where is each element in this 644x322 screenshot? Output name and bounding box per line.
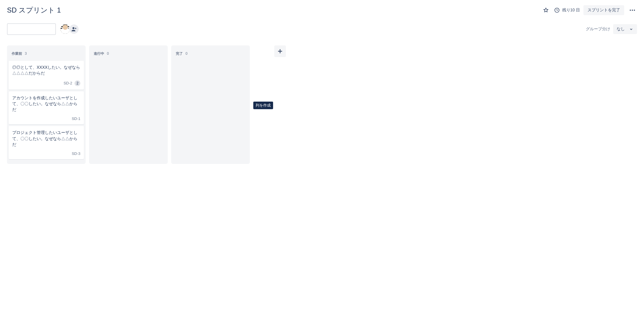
column-title: 完了 (176, 52, 183, 56)
group-by-value: なし (617, 26, 625, 32)
more-icon (629, 7, 636, 14)
add-column-group: 列を作成 (253, 45, 286, 164)
board-toolbar: グループ分け なし (7, 23, 637, 35)
add-column-button[interactable] (274, 45, 286, 57)
board-column-todo[interactable]: 作業前 3 ◎◎として、XXXXしたい。なぜなら△△△△だからだ SD-2 2 … (7, 45, 86, 164)
star-icon (543, 7, 549, 13)
star-button[interactable] (541, 6, 551, 15)
sprint-title: SD スプリント 1 (7, 6, 61, 15)
board: 作業前 3 ◎◎として、XXXXしたい。なぜなら△△△△だからだ SD-2 2 … (7, 45, 637, 164)
more-actions-button[interactable] (628, 6, 637, 15)
issue-card[interactable]: ◎◎として、XXXXしたい。なぜなら△△△△だからだ SD-2 2 (9, 61, 84, 90)
complete-sprint-button[interactable]: スプリントを完了 (583, 5, 624, 15)
assignee-filter-avatars (62, 24, 79, 34)
column-header: 作業前 3 (9, 48, 84, 61)
column-count: 0 (185, 52, 187, 56)
add-person-icon (71, 26, 77, 32)
issue-card[interactable]: アカウントを作成したいユーザとして、〇〇したい。なぜなら△△からだ SD-1 (9, 91, 84, 125)
days-remaining: 残り10 日 (554, 7, 580, 13)
svg-point-1 (630, 10, 631, 11)
search-box[interactable] (7, 23, 56, 35)
column-header: 完了 0 (173, 48, 248, 61)
board-header: SD スプリント 1 残り10 日 スプリントを完了 (7, 5, 637, 15)
card-footer: SD-2 2 (12, 80, 80, 86)
column-count: 0 (107, 52, 109, 56)
search-input[interactable] (10, 27, 61, 31)
svg-point-3 (634, 10, 635, 11)
column-title: 作業前 (12, 52, 22, 56)
column-header: 進行中 0 (91, 48, 166, 61)
issue-key: SD-1 (72, 116, 80, 121)
plus-icon (277, 48, 284, 55)
board-column-done[interactable]: 完了 0 (171, 45, 250, 164)
column-count: 3 (25, 52, 27, 56)
add-column-tooltip: 列を作成 (253, 102, 273, 109)
clock-icon (554, 7, 560, 13)
card-title: ◎◎として、XXXXしたい。なぜなら△△△△だからだ (12, 64, 80, 76)
toolbar-right: グループ分け なし (586, 24, 637, 34)
issue-key: SD-3 (72, 151, 80, 156)
card-title: アカウントを作成したいユーザとして、〇〇したい。なぜなら△△からだ (12, 95, 80, 113)
group-by-label: グループ分け (586, 26, 610, 32)
card-footer: SD-1 (12, 116, 80, 121)
board-column-inprogress[interactable]: 進行中 0 (89, 45, 168, 164)
add-people-button[interactable] (69, 24, 79, 34)
card-title: プロジェクト管理したいユーザとして、〇〇したい。なぜなら△△からだ (12, 130, 80, 147)
chevron-down-icon (629, 27, 634, 31)
column-title: 進行中 (94, 52, 104, 56)
estimate-badge: 2 (75, 80, 80, 86)
issue-card[interactable]: プロジェクト管理したいユーザとして、〇〇したい。なぜなら△△からだ SD-3 (9, 126, 84, 159)
group-by-select[interactable]: なし (613, 24, 637, 34)
svg-point-5 (72, 27, 75, 29)
svg-point-2 (632, 10, 633, 11)
card-footer: SD-3 (12, 151, 80, 156)
issue-key: SD-2 (63, 81, 72, 85)
days-remaining-label: 残り10 日 (562, 8, 580, 13)
header-actions: 残り10 日 スプリントを完了 (541, 5, 637, 15)
